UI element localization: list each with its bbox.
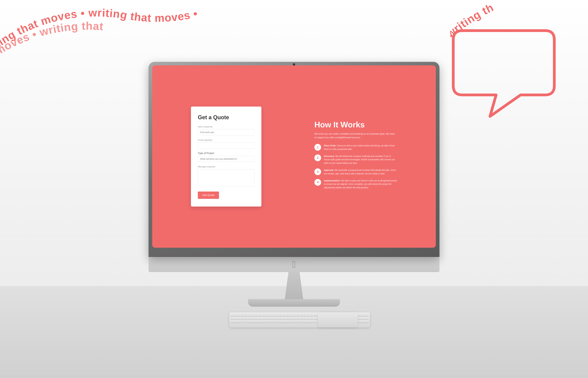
key [238,320,241,323]
key [296,320,300,323]
imac-monitor: Get a Quote Name (required) Email (requi… [141,62,447,307]
key [283,317,286,320]
key [255,320,258,323]
key [251,314,255,316]
key [245,317,248,320]
key [300,317,303,320]
key [262,320,265,323]
imac-stand-neck [285,272,303,299]
step-4-text: Implementation: We take it away and chec… [324,179,397,189]
key [359,320,362,323]
key [238,314,241,316]
key [310,320,313,323]
project-input[interactable] [198,156,255,162]
email-input[interactable] [198,143,255,148]
imac-screen-outer: Get a Quote Name (required) Email (requi… [149,62,439,257]
name-field-group: Name (required) [198,125,255,135]
key [279,320,282,323]
key [366,314,369,316]
imac-camera [293,63,295,66]
key [231,314,234,316]
imac-stand-base [248,299,340,307]
key [276,320,279,323]
key [258,317,261,320]
message-field-group: Message (required) [198,165,255,187]
step-1-title: Place Order: [324,144,337,147]
trackpad [318,312,358,327]
key [234,320,237,323]
step-3: 3 Approval: We assemble a proposal and c… [314,168,397,175]
key [255,314,258,316]
key [245,314,248,316]
form-title: Get a Quote [198,114,255,121]
key [272,320,275,323]
key [234,314,237,316]
key [300,320,303,323]
key [293,320,296,323]
key [241,320,244,323]
key [245,320,248,323]
key [293,317,296,320]
screen-content: Get a Quote Name (required) Email (requi… [152,65,436,248]
name-input[interactable] [198,129,255,135]
imac-chin:  [149,257,439,272]
step-4: 4 Implementation: We take it away and ch… [314,179,397,189]
email-field-group: Email (required) [198,138,255,148]
project-label: Type of Project [198,152,255,155]
imac-screen: Get a Quote Name (required) Email (requi… [152,65,436,248]
key [258,320,261,323]
key [359,317,362,320]
key [283,320,286,323]
key [276,317,279,320]
key [248,317,251,320]
apple-logo-icon:  [292,259,296,270]
speech-bubble-decoration [450,27,557,120]
key [362,317,365,320]
step-3-number: 3 [314,168,321,175]
key [307,314,310,316]
key [303,317,306,320]
project-field-group: Type of Project [198,152,255,162]
step-1: 1 Place Order: Once you tell us your ini… [314,144,397,151]
hiw-intro: We know you are under a deadline and wor… [314,132,397,139]
message-label: Message (required) [198,165,255,168]
key [303,320,306,323]
message-textarea[interactable] [198,169,255,186]
step-3-title: Approval: [324,169,334,171]
key [366,320,369,323]
key [231,320,234,323]
key [314,314,317,316]
quote-form-card: Get a Quote Name (required) Email (requi… [191,107,261,206]
key [262,317,265,320]
key [314,317,317,320]
key [269,317,272,320]
key [265,320,268,323]
key [279,314,282,316]
key [262,314,265,316]
key [296,317,300,320]
key [310,317,313,320]
key [289,320,293,323]
key [258,314,261,316]
key [272,317,275,320]
key [289,314,293,316]
key [366,317,369,320]
key [310,314,313,316]
key [276,314,279,316]
key [248,320,251,323]
key [231,317,234,320]
key [269,320,272,323]
email-label: Email (required) [198,138,255,141]
step-2-number: 2 [314,154,321,161]
key [251,317,255,320]
key [241,317,244,320]
hiw-title: How It Works [314,120,397,129]
step-1-text: Place Order: Once you tell us your initi… [324,144,397,151]
key [248,314,251,316]
key [314,320,317,323]
key [359,314,362,316]
key [286,314,289,316]
get-quote-button[interactable]: Get Quote [198,191,219,199]
step-3-text: Approval: We assemble a proposal and con… [324,168,397,175]
key [265,317,268,320]
